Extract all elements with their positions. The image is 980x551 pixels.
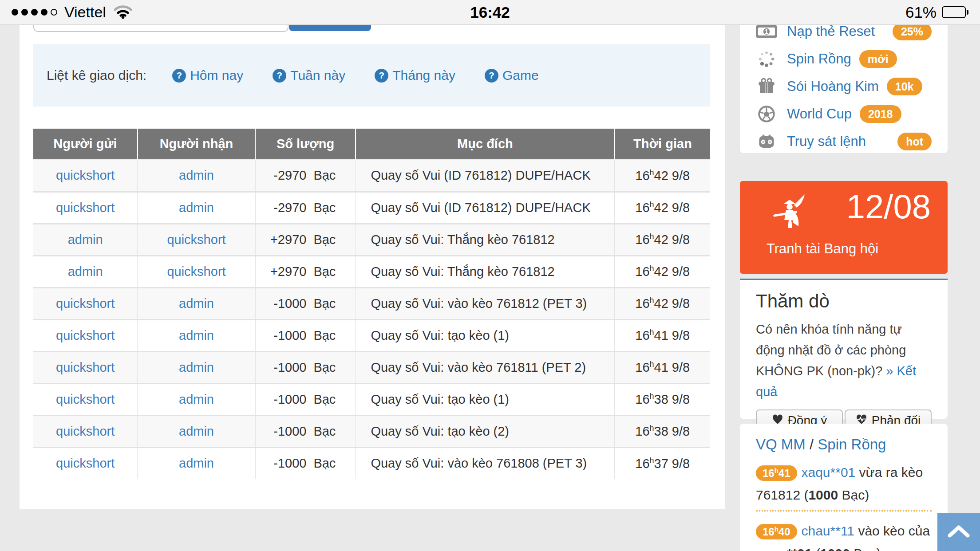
receiver-link[interactable]: admin [179, 360, 214, 374]
search-input[interactable] [33, 25, 288, 32]
col-receiver: Người nhận [138, 129, 255, 160]
filter-bar: Liệt kê giao dịch: ?Hôm nay ?Tuần này ?T… [33, 44, 710, 106]
vqmm-link[interactable]: VQ MM [756, 436, 806, 453]
sender-link[interactable]: admin [68, 264, 103, 279]
soccer-ball-icon [756, 105, 777, 123]
amount-value: -2970 [273, 168, 306, 182]
col-amount: Số lượng [255, 129, 356, 160]
content-panel: Liệt kê giao dịch: ?Hôm nay ?Tuần này ?T… [20, 25, 725, 509]
sidebar-menu: 1 Nạp thẻ Reset 25% Spin Rồng mới Sói Ho… [740, 25, 948, 153]
transactions-table: Người gửi Người nhận Số lượng Mục đích T… [33, 129, 710, 479]
user-link[interactable]: xaqu**01 [802, 465, 856, 480]
battery-icon [942, 6, 968, 18]
sidebar-item-truy-sat-lenh[interactable]: Truy sát lệnh hot [740, 128, 948, 153]
purpose-text: Quay số Vui: Thắng kèo 761812 [356, 224, 615, 256]
question-circle-icon: ? [172, 69, 186, 83]
sender-link[interactable]: quickshort [56, 424, 115, 438]
svg-text:1: 1 [765, 28, 768, 35]
amount-value: -1000 [273, 360, 306, 374]
currency-unit: Bạc [313, 296, 336, 311]
signal-strength-icon [12, 9, 57, 16]
gift-icon [756, 78, 777, 95]
amount-value: -1000 [273, 328, 306, 342]
carrier-label: Viettel [64, 4, 106, 21]
table-row: quickshort admin -1000Bạc Quay số Vui: v… [33, 447, 710, 479]
battery-percent: 61% [905, 4, 937, 21]
currency-unit: Bạc [313, 392, 336, 406]
timestamp: 16h42 9/8 [615, 287, 710, 319]
receiver-link[interactable]: admin [179, 168, 214, 182]
filter-link-this-week[interactable]: ?Tuần này [273, 68, 345, 83]
purpose-text: Quay số Vui: tạo kèo (1) [356, 319, 615, 351]
event-date: 12/08 [846, 187, 931, 226]
event-caption: Tranh tài Bang hội [767, 241, 878, 257]
divider [756, 510, 932, 512]
amount-value: -1000 [273, 456, 306, 470]
table-header-row: Người gửi Người nhận Số lượng Mục đích T… [33, 129, 710, 160]
menu-badge: mới [859, 50, 897, 68]
receiver-link[interactable]: quickshort [167, 264, 225, 279]
receiver-link[interactable]: admin [179, 201, 214, 215]
question-circle-icon: ? [375, 69, 388, 83]
timestamp: 16h41 9/8 [615, 351, 710, 383]
poll-panel: Thăm dò Có nên khóa tính năng tự động nh… [740, 279, 948, 419]
receiver-link[interactable]: admin [179, 296, 214, 311]
table-row: quickshort admin -2970Bạc Quay số Vui (I… [33, 160, 710, 192]
purpose-text: Quay số Vui (ID 761812) DUPE/HACK [356, 160, 615, 192]
table-row: admin quickshort +2970Bạc Quay số Vui: T… [33, 256, 710, 287]
timestamp: 16h38 9/8 [615, 383, 710, 415]
purpose-text: Quay số Vui: tạo kèo (1) [356, 383, 615, 415]
scroll-to-top-button[interactable] [937, 513, 980, 551]
currency-unit: Bạc [313, 360, 336, 374]
sidebar-item-soi-hoang-kim[interactable]: Sói Hoàng Kim 10k [740, 73, 948, 100]
sender-link[interactable]: quickshort [56, 168, 115, 182]
sender-link[interactable]: quickshort [56, 456, 115, 470]
filter-link-today[interactable]: ?Hôm nay [172, 68, 243, 83]
filter-link-game[interactable]: ?Game [485, 68, 539, 83]
sender-link[interactable]: quickshort [56, 201, 115, 215]
currency-unit: Bạc [313, 424, 336, 438]
spin-rong-link[interactable]: Spin Rồng [818, 436, 886, 453]
receiver-link[interactable]: admin [179, 328, 214, 342]
currency-unit: Bạc [313, 456, 336, 470]
submit-button[interactable] [289, 25, 371, 31]
sender-link[interactable]: quickshort [56, 296, 115, 311]
feed-item: 16h41xaqu**01 vừa ra kèo 761812 (1000 Bạ… [756, 460, 932, 506]
table-row: quickshort admin -1000Bạc Quay số Vui: t… [33, 415, 710, 447]
receiver-link[interactable]: quickshort [167, 232, 225, 247]
menu-badge: 2018 [860, 105, 901, 123]
event-banner[interactable]: 12/08 Tranh tài Bang hội [740, 181, 948, 274]
user-link[interactable]: chau**11 [802, 523, 855, 538]
time-badge: 16h41 [756, 465, 797, 481]
time-badge: 16h40 [756, 524, 797, 539]
currency-unit: Bạc [313, 264, 336, 279]
sidebar-item-nap-the-reset[interactable]: 1 Nạp thẻ Reset 25% [740, 25, 948, 45]
question-circle-icon: ? [273, 69, 286, 83]
col-purpose: Mục đích [356, 129, 615, 160]
sender-link[interactable]: quickshort [56, 360, 115, 374]
sender-link[interactable]: admin [68, 232, 103, 247]
feed-item: 16h40chau**11 vào kèo của xaqu**01 (1000… [756, 519, 932, 551]
purpose-text: Quay số Vui: tạo kèo (2) [356, 415, 615, 447]
menu-badge: 10k [887, 78, 922, 95]
filter-label: Liệt kê giao dịch: [47, 68, 146, 83]
menu-badge: hot [897, 133, 932, 150]
col-time: Thời gian [615, 129, 710, 160]
sender-link[interactable]: quickshort [56, 392, 115, 406]
receiver-link[interactable]: admin [179, 456, 214, 470]
receiver-link[interactable]: admin [179, 424, 214, 438]
sidebar-item-spin-rong[interactable]: Spin Rồng mới [740, 45, 948, 73]
timestamp: 16h42 9/8 [615, 224, 710, 256]
sender-link[interactable]: quickshort [56, 328, 115, 342]
currency-unit: Bạc [313, 168, 336, 182]
wifi-icon [114, 4, 132, 20]
receiver-link[interactable]: admin [179, 392, 214, 406]
amount-value: -2970 [273, 201, 306, 215]
activity-feed-panel: VQ MM / Spin Rồng 16h41xaqu**01 vừa ra k… [740, 424, 948, 551]
timestamp: 16h37 9/8 [615, 447, 710, 479]
table-row: quickshort admin -2970Bạc Quay số Vui (I… [33, 192, 710, 224]
filter-link-this-month[interactable]: ?Tháng này [375, 68, 455, 83]
feed-title: VQ MM / Spin Rồng [756, 436, 932, 453]
money-icon: 1 [756, 25, 777, 39]
sidebar-item-world-cup[interactable]: World Cup 2018 [740, 100, 948, 128]
